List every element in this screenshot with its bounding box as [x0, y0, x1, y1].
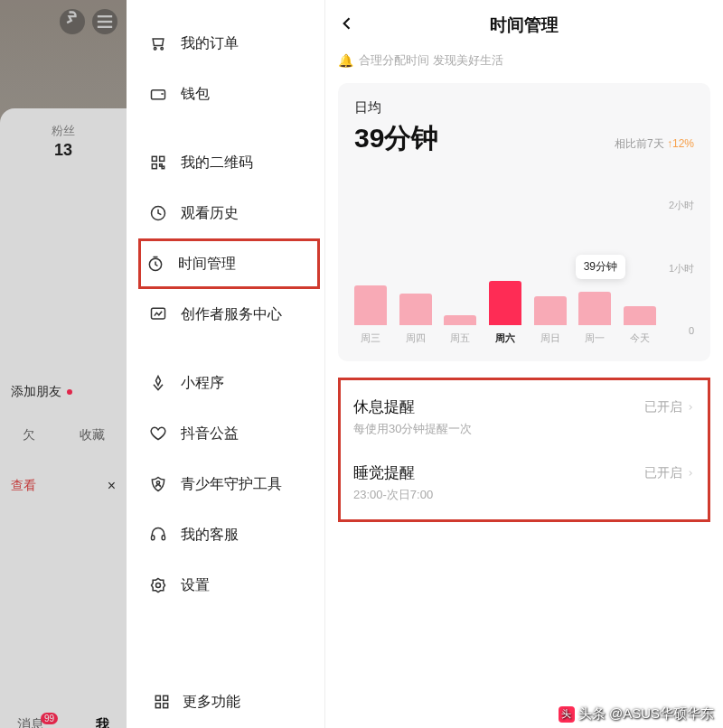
bar [578, 292, 611, 326]
menu-youth[interactable]: 青少年守护工具 [141, 459, 317, 509]
x-label: 周五 [444, 331, 476, 345]
usage-stat-card: 日均 39分钟 相比前7天 ↑12% 2小时 1小时 0 39分钟 周三周四周五… [338, 83, 710, 361]
menu-miniapp[interactable]: 小程序 [141, 358, 317, 408]
bar-column[interactable] [489, 281, 521, 325]
usage-chart: 2小时 1小时 0 39分钟 周三周四周五周六周日周一今天 [354, 173, 694, 345]
menu-orders[interactable]: 我的订单 [141, 18, 317, 69]
bar [399, 294, 432, 325]
y-tick-1h: 1小时 [669, 262, 694, 275]
drawer-menu: 我的订单 钱包 我的二维码 观看历史 时间管理 创作者服务中心 小程序 [127, 0, 325, 728]
menu-label: 我的二维码 [181, 154, 253, 173]
x-label: 周三 [354, 331, 387, 345]
avg-label: 日均 [354, 99, 694, 117]
footprint-icon[interactable] [60, 9, 85, 34]
bar-column[interactable] [354, 285, 387, 325]
avg-value: 39分钟 [354, 120, 438, 157]
svg-point-4 [161, 48, 164, 51]
menu-label: 时间管理 [178, 255, 236, 274]
svg-rect-22 [164, 704, 168, 708]
menu-icon[interactable] [92, 9, 117, 34]
rest-reminder-row[interactable]: 休息提醒 已开启 每使用30分钟提醒一次 [341, 384, 708, 450]
bar-column[interactable] [399, 294, 432, 325]
x-label: 周日 [534, 331, 567, 345]
svg-rect-10 [162, 166, 164, 169]
y-tick-0: 0 [689, 325, 694, 336]
shield-icon [148, 474, 168, 494]
fans-label: 粉丝 [0, 123, 127, 139]
svg-rect-5 [152, 90, 165, 99]
menu-label: 钱包 [181, 85, 210, 104]
svg-point-14 [156, 481, 159, 484]
view-row[interactable]: 查看 × [0, 471, 127, 501]
chevron-right-icon [686, 467, 695, 480]
menu-label: 青少年守护工具 [181, 475, 282, 494]
x-label: 今天 [624, 331, 656, 345]
more-label: 更多功能 [183, 693, 240, 712]
svg-rect-6 [152, 156, 156, 161]
back-button[interactable] [338, 13, 356, 38]
tab-collect[interactable]: 收藏 [80, 427, 105, 443]
bell-icon: 🔔 [338, 53, 353, 68]
menu-label: 创作者服务中心 [181, 305, 282, 324]
chevron-right-icon [686, 401, 695, 414]
reminder-settings: 休息提醒 已开启 每使用30分钟提醒一次 睡觉提醒 已开启 23:00-次日7 [338, 378, 710, 522]
menu-wallet[interactable]: 钱包 [141, 69, 317, 119]
svg-rect-8 [152, 164, 156, 169]
qr-icon [148, 153, 168, 173]
menu-time-management[interactable]: 时间管理 [138, 238, 320, 289]
menu-qr[interactable]: 我的二维码 [141, 137, 317, 188]
toutiao-icon: 头 [559, 706, 575, 723]
svg-rect-20 [164, 695, 168, 700]
watermark: 头 头条 @ASUS华硕华东 [559, 705, 714, 723]
bar [444, 315, 476, 325]
menu-charity[interactable]: 抖音公益 [141, 408, 317, 459]
menu-creator[interactable]: 创作者服务中心 [141, 289, 317, 340]
tab-like[interactable]: 欠 [23, 427, 35, 443]
page-subtitle: 🔔 合理分配时间 发现美好生活 [338, 52, 710, 69]
svg-rect-16 [162, 536, 164, 540]
time-management-page: 时间管理 🔔 合理分配时间 发现美好生活 日均 39分钟 相比前7天 ↑12% … [325, 0, 723, 728]
grid-icon [152, 692, 172, 712]
svg-rect-19 [155, 695, 160, 700]
menu-label: 我的客服 [181, 526, 239, 545]
setting-status: 已开启 [644, 399, 695, 415]
bar-column[interactable] [444, 315, 476, 325]
y-tick-2h: 2小时 [669, 199, 694, 212]
msg-badge: 99 [41, 713, 58, 724]
svg-rect-15 [152, 536, 155, 540]
bar [354, 285, 387, 325]
bar-column[interactable] [578, 292, 611, 326]
svg-point-3 [154, 48, 156, 51]
bar-column[interactable] [534, 296, 567, 326]
support-icon [148, 525, 168, 545]
close-icon[interactable]: × [108, 478, 116, 494]
bar [624, 306, 656, 325]
menu-label: 抖音公益 [181, 425, 239, 443]
bar [489, 281, 521, 325]
bar [534, 296, 567, 326]
setting-desc: 23:00-次日7:00 [353, 487, 695, 503]
svg-point-18 [156, 583, 161, 588]
nav-me[interactable]: 我 [96, 716, 109, 728]
more-functions[interactable]: 更多功能 [152, 692, 240, 712]
chart-icon [148, 304, 168, 324]
sleep-reminder-row[interactable]: 睡觉提醒 已开启 23:00-次日7:00 [341, 450, 708, 516]
cart-icon [148, 33, 168, 53]
nav-msg[interactable]: 消息99 [17, 716, 61, 728]
svg-rect-7 [160, 156, 164, 161]
menu-label: 小程序 [181, 374, 224, 393]
view-label: 查看 [11, 478, 36, 494]
setting-desc: 每使用30分钟提醒一次 [353, 421, 695, 437]
menu-support[interactable]: 我的客服 [141, 509, 317, 560]
add-friend-label: 添加朋友 [11, 384, 61, 400]
bar-column[interactable] [624, 306, 656, 325]
setting-title: 休息提醒 [353, 397, 415, 417]
wallet-icon [148, 84, 168, 104]
page-title: 时间管理 [490, 14, 559, 37]
menu-settings[interactable]: 设置 [141, 560, 317, 611]
menu-label: 我的订单 [181, 34, 239, 53]
menu-history[interactable]: 观看历史 [141, 188, 317, 238]
add-friend-row[interactable]: 添加朋友 [0, 377, 127, 407]
profile-background: 粉丝 13 添加朋友 欠 收藏 查看 × 像挂件 消息99 我 [0, 0, 127, 728]
heart-icon [148, 424, 168, 443]
